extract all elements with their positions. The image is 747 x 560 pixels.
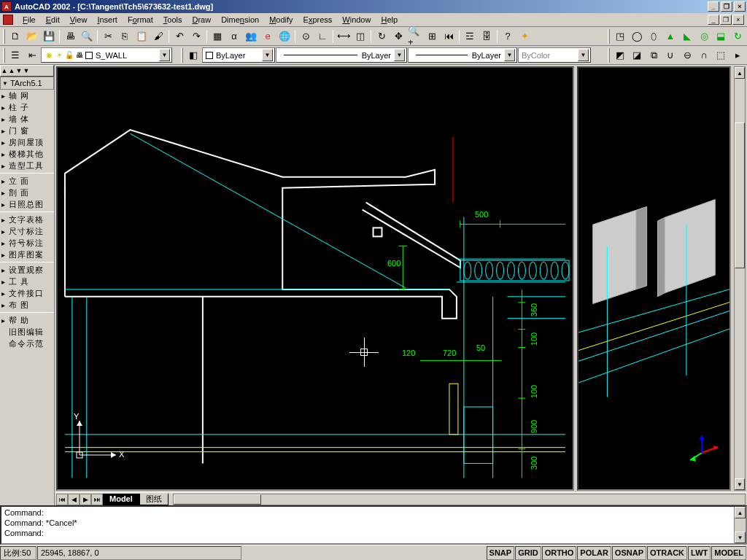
tab-layout-1[interactable]: 图纸 [139, 494, 169, 505]
palette-title[interactable]: ▼TArch5.1 [0, 77, 54, 90]
make-current-button[interactable]: ◧ [185, 47, 201, 63]
setup-button[interactable]: ⬚ [713, 47, 729, 63]
color-dropdown[interactable]: ByLayer ▼ [202, 47, 275, 63]
palette-item[interactable]: ▸造型工具 [0, 160, 54, 171]
palette-item[interactable]: ▸立 面 [0, 175, 54, 187]
subtract-button[interactable]: ⊖ [679, 47, 695, 63]
palette-item[interactable]: ▸符号标注 [0, 237, 54, 249]
open-button[interactable]: 📂 [24, 28, 40, 44]
zoom-win-button[interactable]: ⊞ [424, 28, 440, 44]
minimize-button[interactable]: _ [708, 1, 719, 12]
print-button[interactable]: 🖶 [62, 28, 78, 44]
toolbar-grip[interactable] [3, 29, 5, 44]
maximize-button[interactable]: ❐ [721, 1, 732, 12]
menu-express[interactable]: Express [298, 14, 338, 26]
model-viewport-right[interactable] [577, 66, 731, 491]
palette-item[interactable]: ▸房间屋顶 [0, 136, 54, 148]
status-toggle-snap[interactable]: SNAP [487, 546, 515, 560]
menu-dimension[interactable]: Dimension [216, 14, 264, 26]
scroll-thumb[interactable] [174, 494, 261, 505]
sphere-button[interactable]: ◯ [629, 28, 645, 44]
section-button[interactable]: ◪ [629, 47, 645, 63]
status-scale[interactable]: 比例:50 [0, 546, 36, 560]
union-button[interactable]: ∪ [662, 47, 678, 63]
palette-item[interactable]: ▸布 图 [0, 299, 54, 311]
close-button[interactable]: × [734, 1, 746, 12]
mdi-close-button[interactable]: × [732, 15, 744, 25]
palette-item[interactable]: ▸文字表格 [0, 214, 54, 225]
torus-button[interactable]: ◎ [696, 28, 712, 44]
cut-button[interactable]: ✂ [100, 28, 116, 44]
palette-item[interactable]: 命令示范 [0, 338, 54, 349]
palette-item[interactable]: ▸图库图案 [0, 249, 54, 260]
zoom-prev-button[interactable]: ⏮ [441, 28, 457, 44]
help-button[interactable]: ? [500, 28, 516, 44]
dbconnect-button[interactable]: 🗄 [479, 28, 495, 44]
menu-window[interactable]: Window [337, 14, 376, 26]
menu-view[interactable]: View [65, 14, 93, 26]
matchprop-button[interactable]: 🖌 [150, 28, 166, 44]
status-toggle-polar[interactable]: POLAR [577, 546, 611, 560]
mdi-minimize-button[interactable]: _ [708, 15, 719, 25]
status-toggle-otrack[interactable]: OTRACK [647, 546, 687, 560]
cone-button[interactable]: ▲ [662, 28, 678, 44]
palette-item[interactable]: ▸楼梯其他 [0, 148, 54, 160]
menu-insert[interactable]: Insert [92, 14, 123, 26]
scroll-up-icon[interactable]: ▲ [735, 507, 746, 518]
undo-button[interactable]: ↶ [171, 28, 187, 44]
ucs-button[interactable]: ∟ [314, 28, 330, 44]
paste-button[interactable]: 📋 [133, 28, 150, 44]
palette-item[interactable]: 旧图编辑 [0, 326, 54, 338]
toolbar-grip-layers[interactable] [3, 48, 5, 63]
palette-item[interactable]: ▸柱 子 [0, 101, 54, 113]
menu-help[interactable]: Help [376, 14, 403, 26]
tab-prev-button[interactable]: ◀ [68, 494, 80, 505]
tab-last-button[interactable]: ⏭ [91, 494, 103, 505]
scroll-down-icon[interactable]: ▼ [735, 478, 745, 490]
wedge-button[interactable]: ◣ [679, 28, 695, 44]
cyl-button[interactable]: ⬯ [646, 28, 662, 44]
tab-first-button[interactable]: ⏮ [56, 494, 68, 505]
menu-tools[interactable]: Tools [158, 14, 187, 26]
lineweight-dropdown[interactable]: ByLayer ▼ [408, 47, 517, 63]
linetype-dropdown[interactable]: ByLayer ▼ [276, 47, 407, 63]
publish-button[interactable]: e [260, 28, 276, 44]
layer-dropdown[interactable]: ◉ ☀ 🔓 🖶 S_WALL ▼ [41, 47, 172, 63]
box-button[interactable]: ◳ [612, 28, 628, 44]
toolbar-grip-solids2[interactable] [608, 48, 610, 63]
intersect-button[interactable]: ∩ [696, 47, 712, 63]
palette-item[interactable]: ▸设置观察 [0, 264, 54, 276]
command-scrollbar[interactable]: ▲ ▼ [734, 507, 746, 543]
status-toggle-osnap[interactable]: OSNAP [612, 546, 646, 560]
vertical-scrollbar[interactable]: ▲ ▼ [734, 66, 746, 491]
scroll-up-icon[interactable]: ▲ [735, 67, 745, 79]
palette-item[interactable]: ▸尺寸标注 [0, 225, 54, 237]
extrude-button[interactable]: ⬓ [713, 28, 729, 44]
layer-prev-button[interactable]: ⇤ [24, 47, 40, 63]
toolbar-grip-props[interactable] [181, 48, 183, 63]
layer-mgr-button[interactable]: ☰ [7, 47, 23, 63]
interfere-button[interactable]: ⧉ [646, 47, 662, 63]
dist-button[interactable]: ⟷ [336, 28, 352, 44]
redraw-button[interactable]: ↻ [374, 28, 390, 44]
status-toggle-model[interactable]: MODEL [711, 546, 746, 560]
scroll-thumb[interactable] [735, 122, 745, 268]
scroll-down-icon[interactable]: ▼ [735, 532, 746, 543]
props-button[interactable]: ☲ [462, 28, 478, 44]
menu-edit[interactable]: Edit [41, 14, 65, 26]
menu-file[interactable]: File [18, 14, 41, 26]
model-viewport-left[interactable]: 500 600 120 720 50 360 100 100 900 300 [56, 66, 574, 491]
palette-item[interactable]: ▸日照总图 [0, 198, 54, 210]
autodesk-button[interactable]: α [226, 28, 242, 44]
horizontal-scrollbar[interactable] [173, 494, 746, 505]
menu-draw[interactable]: Draw [187, 14, 216, 26]
palette-item[interactable]: ▸墙 体 [0, 113, 54, 125]
status-toggle-ortho[interactable]: ORTHO [542, 546, 577, 560]
new-button[interactable]: 🗋 [7, 28, 23, 44]
palette-item[interactable]: ▸轴 网 [0, 90, 54, 101]
active-assist-button[interactable]: ✦ [516, 28, 533, 44]
mdi-restore-button[interactable]: ❐ [720, 15, 732, 25]
status-toggle-grid[interactable]: GRID [515, 546, 541, 560]
palette-item[interactable]: ▸帮 助 [0, 314, 54, 326]
preview-button[interactable]: 🔍 [79, 28, 95, 44]
